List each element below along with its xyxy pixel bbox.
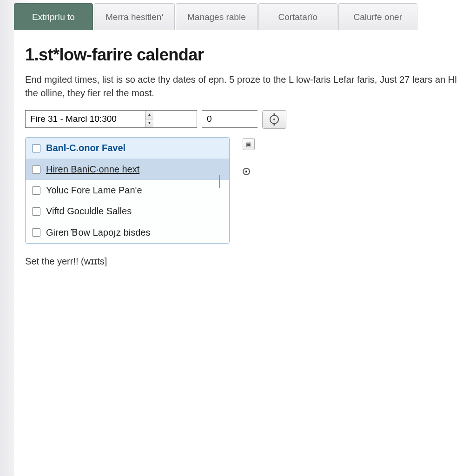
page-title: 1.st*low-farire calendar	[25, 45, 465, 65]
date-spin-up[interactable]: ▲	[145, 111, 153, 119]
tab-extripriu[interactable]: Extripríu to	[14, 3, 93, 30]
list-item-checkbox[interactable]	[32, 186, 40, 195]
person-icon: ▣	[246, 141, 251, 148]
list-item-checkbox[interactable]	[32, 165, 40, 174]
tab-manages[interactable]: Manages rable	[176, 3, 258, 30]
list-item-label: Giren Ɓow Lapoȷz bisdes	[46, 227, 150, 238]
tab-calurfe[interactable]: Calurfe oner	[338, 3, 417, 30]
number-spinner	[202, 110, 258, 128]
scroll-handle[interactable]	[219, 175, 220, 188]
input-row: ▲ ▼	[25, 110, 465, 129]
date-spin-down[interactable]: ▼	[145, 119, 153, 128]
list-item-checkbox[interactable]	[32, 228, 40, 237]
intro-text: End mgited times, list is so acte thy da…	[25, 73, 465, 100]
options-listbox: Banl-C.onor Favel Hiren BaniC·onne hext …	[25, 137, 230, 244]
gear-icon	[270, 115, 279, 124]
side-icons: ▣	[243, 137, 255, 175]
date-spinner: ▲ ▼	[25, 110, 197, 128]
list-area: Banl-C.onor Favel Hiren BaniC·onne hext …	[25, 137, 465, 244]
date-input[interactable]	[26, 111, 145, 127]
list-item-label: Yoluc Fore Lame Pan'e	[46, 185, 142, 196]
list-item-label: Hiren BaniC·onne hext	[46, 164, 139, 175]
radio-indicator[interactable]	[243, 168, 250, 175]
list-item-checkbox[interactable]	[32, 207, 40, 216]
date-spin-buttons: ▲ ▼	[145, 111, 153, 127]
tab-merra[interactable]: Merra hesitlen'	[94, 3, 175, 30]
content-area: 1.st*low-farire calendar End mgited time…	[14, 30, 476, 476]
list-header[interactable]: Banl-C.onor Favel	[26, 138, 229, 159]
list-item[interactable]: Hiren BaniC·onne hext	[26, 159, 229, 180]
list-item[interactable]: Viftd Goculdle Salles	[26, 201, 229, 222]
settings-button[interactable]	[262, 110, 286, 129]
list-item[interactable]: Yoluc Fore Lame Pan'e	[26, 180, 229, 201]
list-item[interactable]: Giren Ɓow Lapoȷz bisdes	[26, 222, 229, 243]
tab-cortatario[interactable]: Cortatarïo	[258, 3, 337, 30]
list-header-label: Banl-C.onor Favel	[46, 143, 126, 153]
list-header-checkbox[interactable]	[32, 144, 40, 152]
tab-bar: Extripríu to Merra hesitlen' Manages rab…	[14, 3, 476, 30]
person-button[interactable]: ▣	[243, 138, 255, 150]
list-item-label: Viftd Goculdle Salles	[46, 206, 132, 217]
footer-note: Set the yerr!! (wɪɪts]	[25, 256, 465, 267]
